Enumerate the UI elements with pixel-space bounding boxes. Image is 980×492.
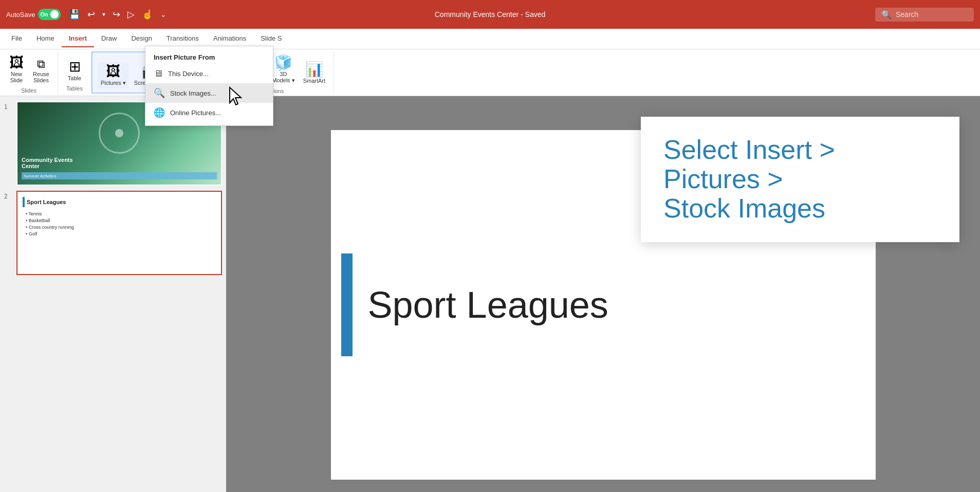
pictures-icon: 🖼 xyxy=(106,64,120,79)
dropdown-item-this-device[interactable]: 🖥 This Device... xyxy=(145,64,273,83)
tab-insert[interactable]: Insert xyxy=(62,30,94,47)
pictures-label: Pictures ▾ xyxy=(101,80,126,86)
tab-slide-show[interactable]: Slide S xyxy=(253,30,289,47)
ribbon-group-slides: 🖼 NewSlide ⧉ ReuseSlides Slides xyxy=(0,51,58,94)
tables-group-label: Tables xyxy=(66,85,83,94)
slide-2-content: Sport Leagues • Tennis • Basketball • Cr… xyxy=(17,192,221,274)
search-area[interactable]: 🔍 xyxy=(875,8,974,22)
dropdown-header: Insert Picture From xyxy=(145,49,273,64)
dropdown-menu: Insert Picture From 🖥 This Device... 🔍 S… xyxy=(145,46,273,126)
slides-group-label: Slides xyxy=(21,87,36,96)
tab-animations[interactable]: Animations xyxy=(206,30,253,47)
canvas-area: Sport Leagues Select Insert > Pictures >… xyxy=(226,96,980,492)
slide-2-bullet-2: • Basketball xyxy=(26,218,216,223)
undo-dropdown-icon[interactable]: ▾ xyxy=(102,11,105,18)
instruction-line3: Stock Images xyxy=(663,194,937,223)
tab-draw[interactable]: Draw xyxy=(94,30,124,47)
slide-2-title: Sport Leagues xyxy=(27,199,66,205)
tab-design[interactable]: Design xyxy=(124,30,159,47)
3d-models-icon: 🧊 xyxy=(274,56,292,70)
tab-file[interactable]: File xyxy=(4,30,29,47)
autosave-toggle[interactable]: On xyxy=(38,9,61,20)
ribbon-group-tables: ⊞ Table Tables xyxy=(58,51,91,94)
smartart-button[interactable]: 📊 SmartArt xyxy=(300,60,328,86)
slide-1-circle xyxy=(99,113,140,154)
new-slide-label: NewSlide xyxy=(10,71,23,83)
reuse-slides-button[interactable]: ⧉ ReuseSlides xyxy=(30,57,52,85)
undo-icon[interactable]: ↩ xyxy=(87,9,95,20)
new-slide-button[interactable]: 🖼 NewSlide xyxy=(5,53,28,85)
smartart-icon: 📊 xyxy=(305,62,323,77)
titlebar-title: Community Events Center - Saved xyxy=(435,10,546,19)
main: 1 Community EventsCenter Summer Activiti… xyxy=(0,96,980,492)
instruction-arrow1: > xyxy=(812,135,835,165)
present-icon[interactable]: ▷ xyxy=(127,9,135,20)
slide-number-1: 1 xyxy=(4,103,12,111)
stock-images-label: Stock Images... xyxy=(170,89,216,97)
this-device-icon: 🖥 xyxy=(154,68,163,79)
slide-item-2: 2 Sport Leagues • Tennis • Basketball • … xyxy=(4,191,222,275)
slide-2-bullet-1: • Tennis xyxy=(26,211,216,216)
tab-transitions[interactable]: Transitions xyxy=(159,30,206,47)
search-input[interactable] xyxy=(896,10,968,19)
3d-models-label: 3DModels ▾ xyxy=(272,71,295,84)
pictures-button[interactable]: 🖼 Pictures ▾ xyxy=(98,62,129,88)
toggle-knob xyxy=(50,10,59,19)
more-icon[interactable]: ⌄ xyxy=(160,10,167,19)
table-icon: ⊞ xyxy=(69,60,81,74)
instruction-line2: Pictures > xyxy=(663,165,937,194)
slide-2-bullet-3: • Cross country running xyxy=(26,225,216,230)
instruction-pre: Select xyxy=(663,135,745,165)
slide-thumb-2[interactable]: Sport Leagues • Tennis • Basketball • Cr… xyxy=(16,191,222,275)
slide-1-bar-text: Summer Activities xyxy=(24,174,57,178)
slide-1-title: Community EventsCenter xyxy=(22,157,73,169)
slide-canvas-title: Sport Leagues xyxy=(368,284,608,326)
slide-1-bar: Summer Activities xyxy=(22,172,217,179)
slide-accent-bar xyxy=(341,253,353,356)
slide-number-2: 2 xyxy=(4,193,12,200)
instruction-line1: Select Insert > xyxy=(663,135,937,165)
titlebar-icons: 💾 ↩ ▾ ↪ ▷ ☝ ⌄ xyxy=(69,9,167,20)
new-slide-icon: 🖼 xyxy=(9,56,24,70)
slide-2-accent xyxy=(23,197,25,207)
toggle-on-text: On xyxy=(40,11,48,17)
stock-images-icon: 🔍 xyxy=(154,87,165,99)
autosave-group: AutoSave On xyxy=(6,9,61,20)
titlebar: AutoSave On 💾 ↩ ▾ ↪ ▷ ☝ ⌄ Community Even… xyxy=(0,0,980,29)
slide-2-bullet-4: • Golf xyxy=(26,231,216,236)
this-device-label: This Device... xyxy=(168,70,209,78)
table-label: Table xyxy=(68,75,81,81)
online-pictures-label: Online Pictures... xyxy=(170,109,221,117)
save-icon[interactable]: 💾 xyxy=(69,9,80,20)
dropdown-item-online-pictures[interactable]: 🌐 Online Pictures... xyxy=(145,103,273,122)
instruction-insert: Insert xyxy=(745,135,812,165)
dropdown-item-stock-images[interactable]: 🔍 Stock Images... xyxy=(145,83,273,103)
touch-icon[interactable]: ☝ xyxy=(142,9,153,20)
table-button[interactable]: ⊞ Table xyxy=(63,58,86,83)
autosave-label: AutoSave xyxy=(6,11,35,19)
reuse-slides-label: ReuseSlides xyxy=(33,71,49,83)
slide-panel: 1 Community EventsCenter Summer Activiti… xyxy=(0,96,226,492)
online-pictures-icon: 🌐 xyxy=(154,107,165,118)
smartart-label: SmartArt xyxy=(303,78,325,84)
redo-icon[interactable]: ↪ xyxy=(113,9,120,20)
instruction-overlay: Select Insert > Pictures > Stock Images xyxy=(641,117,959,242)
tab-home[interactable]: Home xyxy=(29,30,62,47)
search-icon: 🔍 xyxy=(881,10,892,20)
reuse-slides-icon: ⧉ xyxy=(37,59,45,70)
